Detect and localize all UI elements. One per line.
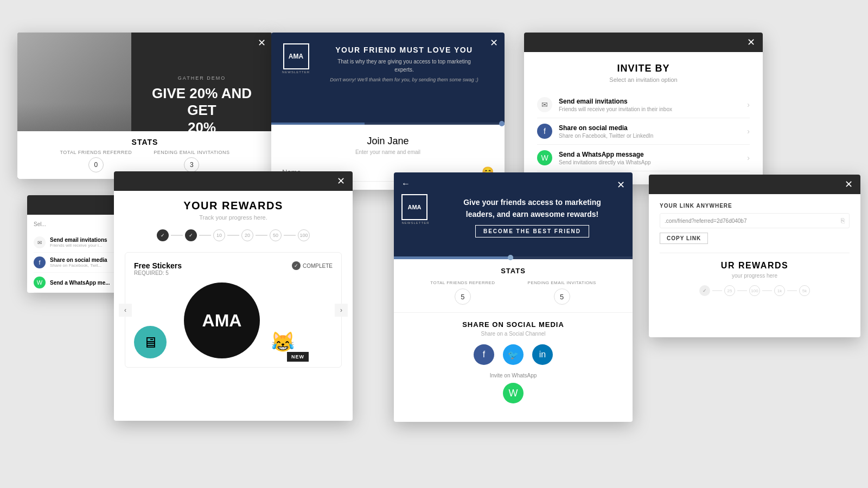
rewards-progress-bar: ✓ ✓ 10 20 50 100 xyxy=(125,229,342,241)
required-value: 5 xyxy=(165,270,169,276)
social-stats-title: STATS xyxy=(405,267,622,275)
ama-love-close-button[interactable]: ✕ xyxy=(490,38,498,48)
social-stat-friends: TOTAL FRIENDS REFERRED 5 xyxy=(430,280,495,305)
ir-prog-step-2: 25 xyxy=(724,285,735,296)
ir-rewards-section: UR REWARDS your progress here ✓ 25 100 1… xyxy=(660,253,850,296)
reward-laptop-icon: 🖥 xyxy=(134,326,167,358)
stats-friends-col: TOTAL FRIENDS REFERRED 0 xyxy=(60,150,132,172)
ir-prog-line-4 xyxy=(787,290,797,291)
email-option-label: Send email invitations xyxy=(559,98,672,105)
ir-close-button[interactable]: ✕ xyxy=(845,179,853,189)
reward-prev-button[interactable]: ‹ xyxy=(119,304,132,317)
reward-new-badge: NEW xyxy=(287,352,309,362)
invite-subtitle: Select an invitation option xyxy=(537,76,750,83)
ama-progress-dot xyxy=(499,121,505,126)
invite-option-social[interactable]: f Share on social media Share on Faceboo… xyxy=(537,118,750,145)
social-icons-row: f 🐦 in xyxy=(405,344,622,365)
ama-love-title: YOUR FRIEND MUST LOVE YOU xyxy=(315,46,494,54)
invite2-wa-icon: W xyxy=(34,277,46,288)
invite-header-bar: ✕ xyxy=(524,33,763,52)
social-stat-invitations: PENDING EMAIL INVITATIONS 5 xyxy=(528,280,596,305)
invitations-label: PENDING EMAIL INVITATIONS xyxy=(154,150,229,155)
stats-invitations-col: PENDING EMAIL INVITATIONS 3 xyxy=(154,150,229,172)
prog-step-6: 100 xyxy=(298,229,310,241)
ama-social-progress xyxy=(394,256,633,259)
rewards-close-button[interactable]: ✕ xyxy=(337,176,345,186)
invite2-email-label: Send email invitations xyxy=(50,237,107,243)
ama-love-header: AMA NEWSLETTER YOUR FRIEND MUST LOVE YOU… xyxy=(271,33,505,125)
ama-progress-bar xyxy=(271,123,505,125)
rewards-header-bar: ✕ xyxy=(114,171,353,191)
ir-link-url: .com/friend?referred=2d76d040b7 xyxy=(665,218,841,224)
whatsapp-option-label: Send a WhatsApp message xyxy=(559,151,651,158)
email-option-desc: Friends will receive your invitation in … xyxy=(559,106,672,112)
rewards-modal: ✕ YOUR REWARDS Track your progress here.… xyxy=(114,171,353,421)
gather-brand: GATHER DEMO xyxy=(178,75,226,81)
ir-rewards-title: UR REWARDS xyxy=(660,261,850,271)
social-share-sub: Share on a Social Channel xyxy=(405,331,622,337)
social-share-section: SHARE ON SOCIAL MEDIA Share on a Social … xyxy=(394,313,633,411)
ir-prog-step-3: 100 xyxy=(749,285,760,296)
gather-demo-modal: ✕ GATHER DEMO GIVE 20% AND GET 20% STATS xyxy=(17,33,272,179)
invite2-fb-icon: f xyxy=(34,256,46,268)
ama-social-modal: ← ✕ AMA NEWSLETTER Give your friends acc… xyxy=(394,172,633,422)
whatsapp-section: Invite on WhatsApp W xyxy=(405,373,622,403)
ir-prog-step-4: 1k xyxy=(774,285,785,296)
twitter-share-button[interactable]: 🐦 xyxy=(503,344,524,365)
whatsapp-chevron-icon: › xyxy=(747,153,750,162)
ir-body: YOUR LINK ANYWHERE .com/friend?referred=… xyxy=(649,194,860,305)
prog-line-5 xyxy=(284,235,296,236)
prog-line-1 xyxy=(171,235,183,236)
ir-prog-step-5: 5k xyxy=(799,285,810,296)
prog-step-2: ✓ xyxy=(185,229,197,241)
prog-line-2 xyxy=(199,235,211,236)
ama-social-logo-sub: NEWSLETTER xyxy=(401,221,430,224)
invite-close-button[interactable]: ✕ xyxy=(747,37,755,47)
ama-social-cta[interactable]: BECOME THE BEST FRIEND xyxy=(475,225,589,237)
linkedin-share-button[interactable]: in xyxy=(532,344,553,365)
prog-line-4 xyxy=(256,235,267,236)
invite2-wa-label: Send a WhatsApp me... xyxy=(50,280,110,286)
email-chevron-icon: › xyxy=(747,100,750,109)
facebook-share-button[interactable]: f xyxy=(474,344,494,365)
copy-icon: ⎘ xyxy=(841,217,845,224)
social-stats-section: STATS TOTAL FRIENDS REFERRED 5 PENDING E… xyxy=(394,259,633,313)
invite2-social-label: Share on social media xyxy=(50,257,107,263)
ama-social-logo: AMA NEWSLETTER xyxy=(401,194,430,224)
friends-count: 0 xyxy=(88,157,104,172)
ir-header-bar: ✕ xyxy=(649,175,860,194)
ama-social-close-button[interactable]: ✕ xyxy=(617,179,625,191)
ir-link-title: YOUR LINK ANYWHERE xyxy=(660,203,850,209)
ama-love-subtitle: That is why they are giving you access t… xyxy=(328,57,480,74)
facebook-icon: f xyxy=(537,124,552,139)
ama-social-main-text: Give your friends access to marketing le… xyxy=(463,196,601,221)
whatsapp-option-desc: Send invitations directly via WhatsApp xyxy=(559,159,651,165)
whatsapp-label: Invite on WhatsApp xyxy=(405,373,622,378)
social-invitations-label: PENDING EMAIL INVITATIONS xyxy=(528,280,596,285)
ama-prog-fill xyxy=(394,256,513,259)
stats-title: STATS xyxy=(132,138,158,146)
whatsapp-share-button[interactable]: W xyxy=(503,383,524,403)
ama-social-back-button[interactable]: ← xyxy=(401,179,410,189)
invite-option-email[interactable]: ✉ Send email invitations Friends will re… xyxy=(537,92,750,118)
ir-copy-link-button[interactable]: COPY LINK xyxy=(660,233,708,244)
prog-step-1: ✓ xyxy=(157,229,169,241)
complete-check-icon: ✓ xyxy=(292,261,301,270)
ir-prog-line-2 xyxy=(737,290,747,291)
social-friends-label: TOTAL FRIENDS REFERRED xyxy=(430,280,495,285)
ama-logo: AMA NEWSLETTER xyxy=(282,43,310,74)
ir-link-section: YOUR LINK ANYWHERE .com/friend?referred=… xyxy=(660,203,850,244)
invite-title: INVITE BY xyxy=(537,63,750,74)
ama-form-title: Join Jane xyxy=(282,136,494,147)
ir-rewards-sub: your progress here xyxy=(660,273,850,279)
reward-next-button[interactable]: › xyxy=(335,304,348,317)
social-invitations-count: 5 xyxy=(554,288,570,305)
rewards-title: YOUR REWARDS xyxy=(125,200,342,212)
invite-by-modal: ✕ INVITE BY Select an invitation option … xyxy=(524,33,763,184)
ama-social-header: ← ✕ AMA NEWSLETTER Give your friends acc… xyxy=(394,172,633,259)
social-share-title: SHARE ON SOCIAL MEDIA xyxy=(405,320,622,329)
gather-close-button[interactable]: ✕ xyxy=(258,38,266,48)
invite-option-whatsapp[interactable]: W Send a WhatsApp message Send invitatio… xyxy=(537,145,750,171)
ama-love-modal: ✕ AMA NEWSLETTER YOUR FRIEND MUST LOVE Y… xyxy=(271,33,505,190)
ama-love-note: Don't worry! We'll thank them for you, b… xyxy=(315,77,494,82)
